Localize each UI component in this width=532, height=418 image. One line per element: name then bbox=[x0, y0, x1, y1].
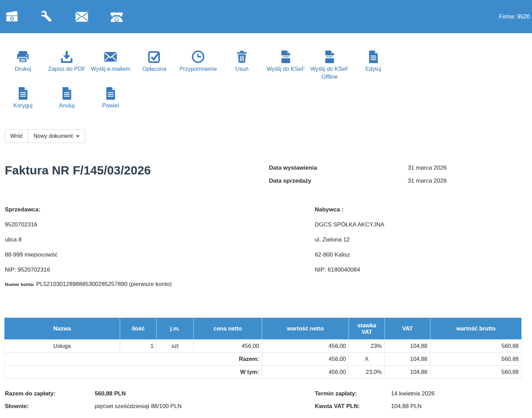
send-email-button[interactable]: Wyślij e-mailem bbox=[90, 50, 131, 73]
header-net-price: cena netto bbox=[194, 318, 262, 340]
envelope-icon bbox=[103, 50, 118, 64]
toolbar-row-2: Koryguj Anuluj Powiel bbox=[2, 86, 532, 109]
item-row: Usługa 1 szt 456,00 456,00 23% 104,88 56… bbox=[4, 340, 522, 353]
nav-contact-link[interactable]: dn bbox=[109, 9, 125, 25]
account-number-value: PL52103012898885300285257890 (pierwsze k… bbox=[36, 281, 172, 287]
delete-label: Usuń bbox=[235, 65, 249, 73]
mark-paid-label: Opłacona bbox=[142, 65, 167, 73]
seller-city: 88-999 miejsocowść bbox=[5, 251, 315, 259]
caret-down-icon bbox=[76, 135, 79, 137]
buyer-heading: Nabywca : bbox=[315, 206, 384, 213]
item-vat-rate: 23% bbox=[349, 340, 385, 353]
toolbar-row-1: Drukuj Zapisz do PDF Wyślij e-mailem Opł… bbox=[2, 50, 532, 81]
edit-label: Edytuj bbox=[365, 65, 381, 73]
save-pdf-button[interactable]: Zapisz do PDF bbox=[46, 50, 88, 73]
svg-text:dn: dn bbox=[116, 18, 118, 21]
printer-icon bbox=[16, 50, 30, 64]
header-gross-value: wartość brutto bbox=[430, 318, 522, 340]
new-document-label: Nowy dokument bbox=[34, 133, 73, 139]
send-ksef-label: Wyślij do KSeF bbox=[267, 65, 305, 73]
wrench-icon bbox=[39, 9, 55, 25]
vat-amount-label: Kwota VAT PLN: bbox=[315, 403, 389, 410]
breakdown-gross: 560,88 bbox=[430, 366, 522, 379]
sale-date-row: Data sprzedaży 31 marca 2026 bbox=[269, 178, 446, 184]
duplicate-button[interactable]: Powiel bbox=[90, 86, 131, 109]
account-number-label: Numer konta: bbox=[5, 282, 35, 287]
invoice-items-table: Nazwa ilość j.m. cena netto wartość nett… bbox=[4, 317, 522, 379]
total-row-label: Razem: bbox=[4, 353, 262, 366]
print-label: Drukuj bbox=[15, 65, 31, 73]
breakdown-vat-rate: 23.0% bbox=[349, 366, 385, 379]
table-header-row: Nazwa ilość j.m. cena netto wartość nett… bbox=[4, 318, 522, 340]
nav-settings-link[interactable] bbox=[39, 9, 55, 25]
breakdown-row-label: W tym: bbox=[4, 366, 262, 379]
item-net-price: 456,00 bbox=[194, 340, 262, 353]
issue-date-value: 31 marca 2026 bbox=[408, 165, 446, 171]
svg-text:KSeF: KSeF bbox=[283, 55, 289, 58]
buyer-block: Nabywca : DGCS SPÓŁKA AKCYJNA ul. Zielon… bbox=[315, 206, 384, 296]
print-button[interactable]: Drukuj bbox=[2, 50, 44, 73]
issue-date-label: Data wystawienia bbox=[269, 165, 408, 171]
back-button[interactable]: Wróć bbox=[5, 129, 28, 143]
total-due-label: Razem do zapłaty: bbox=[5, 390, 93, 397]
total-net-value: 456,00 bbox=[262, 353, 349, 366]
summary-row-2-clipped: Słownie: pięćset sześćdziesiąt 88/100 PL… bbox=[5, 403, 527, 410]
header-vat: VAT bbox=[385, 318, 430, 340]
buyer-city: 62-800 Kalisz bbox=[315, 251, 384, 259]
total-vat: 104,88 bbox=[385, 353, 430, 366]
total-vat-rate: X bbox=[349, 353, 385, 366]
invoice-title: Faktura NR F/145/03/2026 bbox=[5, 164, 269, 191]
delete-button[interactable]: Usuń bbox=[221, 50, 263, 73]
breakdown-row: W tym: 456,00 23.0% 104,88 560,88 bbox=[4, 366, 522, 379]
reminder-label: Przypomnienie bbox=[179, 65, 217, 73]
cancel-document-label: Anuluj bbox=[59, 102, 75, 109]
parties-section: Sprzedawca: 9520702316 ulica 8 88-999 mi… bbox=[5, 206, 527, 296]
top-navbar: 50 dn Firma: 9520 bbox=[0, 0, 532, 33]
send-ksef-button[interactable]: KSeF Wyślij do KSeF bbox=[265, 50, 307, 73]
nav-mail-link[interactable] bbox=[74, 9, 90, 25]
download-icon bbox=[60, 50, 74, 64]
seller-heading: Sprzedawca: bbox=[5, 206, 315, 213]
seller-nip: NIP: 9520702316 bbox=[5, 266, 315, 274]
correct-button[interactable]: Koryguj bbox=[2, 86, 44, 109]
sale-date-value: 31 marca 2026 bbox=[408, 178, 446, 184]
total-due-value: 560,88 PLN bbox=[95, 390, 126, 397]
edit-button[interactable]: Edytuj bbox=[352, 50, 394, 73]
svg-text:50: 50 bbox=[11, 17, 13, 19]
due-date-value: 14 kwietnia 2026 bbox=[391, 390, 435, 397]
total-row: Razem: 456,00 X 104,88 560,88 bbox=[4, 353, 522, 366]
seller-street: ulica 8 bbox=[5, 236, 315, 244]
buyer-name: DGCS SPÓŁKA AKCYJNA bbox=[315, 221, 384, 228]
item-name: Usługa bbox=[4, 340, 120, 353]
document-header: Faktura NR F/145/03/2026 Data wystawieni… bbox=[5, 164, 527, 191]
nav-invoices-link[interactable]: 50 bbox=[4, 9, 20, 25]
cancel-document-button[interactable]: Anuluj bbox=[46, 86, 88, 109]
due-date-pair: Termin zapłaty: 14 kwietnia 2026 bbox=[315, 390, 434, 397]
correct-label: Koryguj bbox=[13, 102, 33, 109]
seller-account: Numer konta: PL5210301289888530028525789… bbox=[5, 280, 207, 288]
banknotes-icon: 50 bbox=[4, 9, 20, 25]
header-net-value: wartość netto bbox=[262, 318, 349, 340]
item-qty: 1 bbox=[120, 340, 157, 353]
duplicate-label: Powiel bbox=[102, 102, 119, 109]
buyer-nip: NIP: 6180040084 bbox=[315, 266, 384, 274]
new-document-dropdown[interactable]: Nowy dokument bbox=[28, 129, 85, 143]
firma-label: Firma: 9520 bbox=[499, 13, 530, 20]
ksef-file-icon: KSeF bbox=[322, 50, 337, 64]
send-email-label: Wyślij e-mailem bbox=[91, 65, 130, 73]
mark-paid-button[interactable]: Opłacona bbox=[133, 50, 175, 73]
navigation-buttons: Wróć Nowy dokument bbox=[5, 129, 532, 143]
reminder-button[interactable]: Przypomnienie bbox=[177, 50, 219, 73]
send-ksef-offline-label: Wyślij do KSeF Offline bbox=[309, 65, 350, 81]
amount-in-words-value: pięćset sześćdziesiąt 88/100 PLN bbox=[95, 403, 182, 409]
header-name: Nazwa bbox=[4, 318, 120, 340]
header-unit: j.m. bbox=[157, 318, 194, 340]
document-toolbar: Drukuj Zapisz do PDF Wyślij e-mailem Opł… bbox=[0, 33, 532, 109]
payment-summary: Razem do zapłaty: 560,88 PLN Termin zapł… bbox=[5, 390, 527, 410]
header-qty: ilość bbox=[120, 318, 157, 340]
due-date-label: Termin zapłaty: bbox=[315, 390, 389, 397]
send-ksef-offline-button[interactable]: KSeF Wyślij do KSeF Offline bbox=[309, 50, 350, 81]
buyer-street: ul. Zielona 12 bbox=[315, 236, 384, 244]
breakdown-net-value: 456,00 bbox=[262, 366, 349, 379]
clock-icon bbox=[191, 50, 205, 64]
